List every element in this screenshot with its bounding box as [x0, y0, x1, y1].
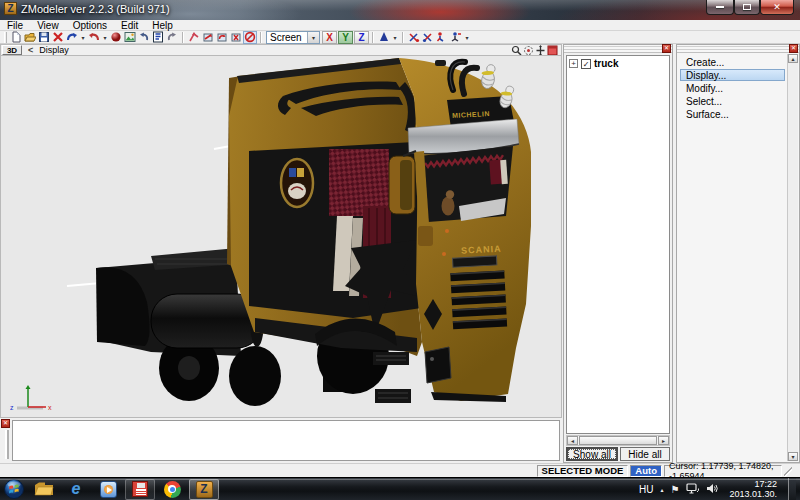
taskbar-ie-button[interactable]: e [61, 479, 91, 500]
menu-item[interactable]: Edit [114, 20, 145, 31]
output-log-area[interactable] [12, 420, 560, 461]
disable-gizmo-icon[interactable] [243, 31, 257, 44]
maximize-icon [743, 4, 751, 10]
back-chevron[interactable]: < [28, 45, 33, 55]
chrome-icon [164, 481, 181, 498]
command-menu-item[interactable]: Select... [680, 95, 785, 107]
scroll-up-icon[interactable]: ▴ [788, 54, 798, 63]
delete-icon[interactable] [51, 31, 65, 44]
taskbar: e Z HU ▴ ⚑ 17:22 2013.01.30. [0, 477, 800, 500]
scroll-down-icon[interactable]: ▾ [788, 452, 798, 461]
menu-item[interactable]: Options [66, 20, 114, 31]
tree-horizontal-scrollbar[interactable]: ◂ ▸ [566, 435, 670, 446]
maximize-button[interactable] [734, 0, 760, 15]
tree-close-icon[interactable]: ✕ [662, 44, 671, 53]
view-mode-button[interactable]: 3D [2, 45, 22, 55]
rotate-view-icon[interactable] [215, 31, 229, 44]
show-desktop-button[interactable] [788, 478, 796, 500]
resize-grip[interactable] [784, 465, 792, 477]
combo-dropdown-icon[interactable]: ▾ [307, 32, 319, 43]
scrollbar-thumb[interactable] [579, 436, 657, 445]
select-quadr-icon[interactable] [407, 31, 421, 44]
taskbar-zmodeler-button[interactable]: Z [189, 479, 219, 500]
axis-z-button[interactable]: Z [354, 31, 369, 44]
truck-model[interactable]: MICHELIN SCANIA [1, 56, 562, 418]
log-close-icon[interactable]: ✕ [1, 419, 10, 428]
axis-y-button[interactable]: Y [338, 31, 353, 44]
command-scrollbar[interactable]: ▴ ▾ [787, 54, 798, 461]
tree-panel-header[interactable]: ✕ [564, 45, 672, 53]
network-icon[interactable] [686, 483, 699, 496]
menu-item[interactable]: View [30, 20, 66, 31]
taskbar-clock[interactable]: 17:22 2013.01.30. [725, 479, 777, 499]
taskbar-save-app-button[interactable] [125, 479, 155, 500]
auto-indicator[interactable]: Auto [630, 465, 662, 477]
gizmo-x-label: x [48, 404, 52, 411]
menu-item[interactable]: Help [145, 20, 180, 31]
taskbar-chrome-button[interactable] [157, 479, 187, 500]
open-file-icon[interactable] [23, 31, 37, 44]
log-drag-handle[interactable] [5, 430, 9, 459]
local-axes-icon[interactable] [187, 31, 201, 44]
minimize-button[interactable] [706, 0, 734, 15]
taskbar-media-player-button[interactable] [93, 479, 123, 500]
start-button[interactable] [1, 478, 27, 500]
status-bar: SELECTED MODE Auto Cursor: 1.17739, 1.74… [0, 463, 800, 477]
title-bar[interactable]: Z ZModeler ver 2.2.3 (Build 971) ✕ [0, 0, 800, 20]
visibility-checkbox[interactable]: ✓ [581, 59, 591, 69]
expand-icon[interactable]: + [569, 59, 578, 68]
hide-all-button[interactable]: Hide all [620, 447, 670, 461]
scroll-right-icon[interactable]: ▸ [658, 436, 669, 445]
show-hidden-icons[interactable]: ▴ [660, 486, 663, 493]
command-panel-header[interactable]: ✕ [677, 45, 799, 53]
screen-space-select[interactable]: Screen ▾ [266, 31, 320, 44]
scroll-left-icon[interactable]: ◂ [567, 436, 578, 445]
viewport-header: 3D < Display [0, 44, 562, 55]
scene-tree[interactable]: + ✓ truck [566, 55, 670, 434]
action-center-flag-icon[interactable]: ⚑ [670, 484, 679, 495]
mode-indicator: SELECTED MODE [537, 465, 629, 477]
command-menu-item[interactable]: Create... [680, 56, 785, 68]
toolbar-grip[interactable] [4, 32, 7, 43]
zoom-view-icon[interactable] [229, 31, 243, 44]
tree-item[interactable]: + ✓ truck [567, 56, 669, 71]
import-dropdown-icon[interactable]: ▾ [79, 31, 87, 44]
material-sphere-icon[interactable] [109, 31, 123, 44]
save-icon[interactable] [37, 31, 51, 44]
gizmo-dropdown-icon[interactable]: ▾ [391, 31, 399, 44]
command-menu-item[interactable]: Surface... [680, 108, 785, 120]
menu-bar: FileViewOptionsEditHelp [0, 20, 800, 31]
viewport-3d[interactable]: MICHELIN SCANIA [0, 55, 562, 418]
zmodeler-app-icon: Z [4, 2, 17, 15]
script-editor-icon[interactable] [151, 31, 165, 44]
axis-gizmo: x z [10, 385, 52, 411]
command-menu-item[interactable]: Display... [680, 69, 785, 81]
toolbar-separator [372, 32, 374, 43]
gizmo-cone-icon[interactable] [377, 31, 391, 44]
redo-icon[interactable] [165, 31, 179, 44]
cursor-coordinates: Cursor: 1.17739, 1.74820, -1.65944 [664, 465, 782, 477]
axis-x-button[interactable]: X [322, 31, 337, 44]
view-name-label[interactable]: Display [39, 45, 69, 55]
export-dropdown-icon[interactable]: ▾ [101, 31, 109, 44]
volume-icon[interactable] [706, 483, 718, 496]
command-close-icon[interactable]: ✕ [789, 44, 798, 53]
export-icon[interactable] [87, 31, 101, 44]
move-view-icon[interactable] [201, 31, 215, 44]
show-all-button[interactable]: Show all [566, 447, 618, 461]
menu-item[interactable]: File [0, 20, 30, 31]
taskbar-explorer-button[interactable] [29, 479, 59, 500]
import-icon[interactable] [65, 31, 79, 44]
select-single-icon[interactable] [421, 31, 435, 44]
skin-tool-icon[interactable] [449, 31, 463, 44]
toolbar-separator [260, 32, 262, 43]
undo-icon[interactable] [137, 31, 151, 44]
new-file-icon[interactable] [9, 31, 23, 44]
explorer-folder-icon [34, 481, 54, 497]
texture-browser-icon[interactable] [123, 31, 137, 44]
command-menu-item[interactable]: Modify... [680, 82, 785, 94]
tools-dropdown-icon[interactable]: ▾ [463, 31, 471, 44]
bones-tool-icon[interactable] [435, 31, 449, 44]
close-button[interactable]: ✕ [760, 0, 794, 15]
language-indicator[interactable]: HU [639, 484, 653, 495]
